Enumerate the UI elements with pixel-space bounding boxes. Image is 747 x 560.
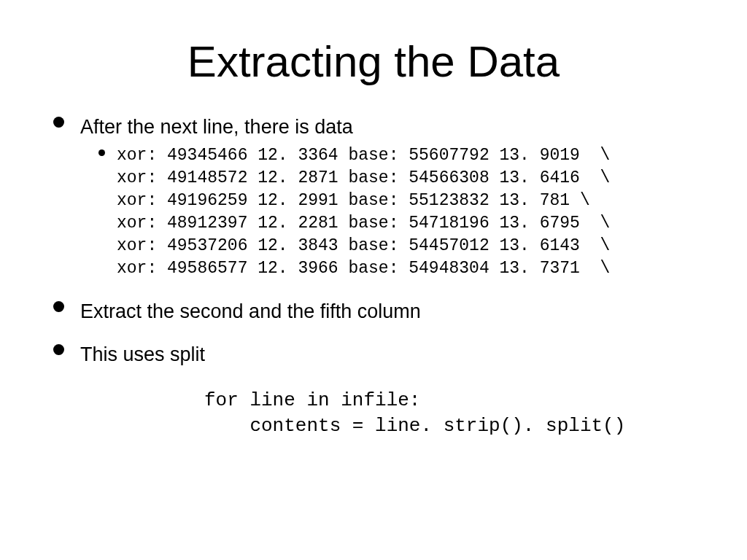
bullet-3-text: This uses split — [80, 343, 205, 365]
bullet-3: This uses split — [80, 343, 711, 366]
bullet-1-text: After the next line, there is data — [80, 116, 353, 138]
sub-list: xor: 49345466 12. 3364 base: 55607792 13… — [80, 140, 711, 280]
code-snippet: for line in infile: contents = line. str… — [204, 388, 711, 439]
bullet-list: After the next line, there is data xor: … — [36, 116, 711, 366]
bullet-2-text: Extract the second and the fifth column — [80, 300, 421, 322]
data-table-item: xor: 49345466 12. 3364 base: 55607792 13… — [117, 140, 711, 280]
bullet-1: After the next line, there is data xor: … — [80, 116, 711, 280]
bullet-2: Extract the second and the fifth column — [80, 300, 711, 323]
data-table: xor: 49345466 12. 3364 base: 55607792 13… — [117, 144, 711, 280]
slide-title: Extracting the Data — [36, 36, 711, 87]
slide: Extracting the Data After the next line,… — [0, 0, 747, 560]
